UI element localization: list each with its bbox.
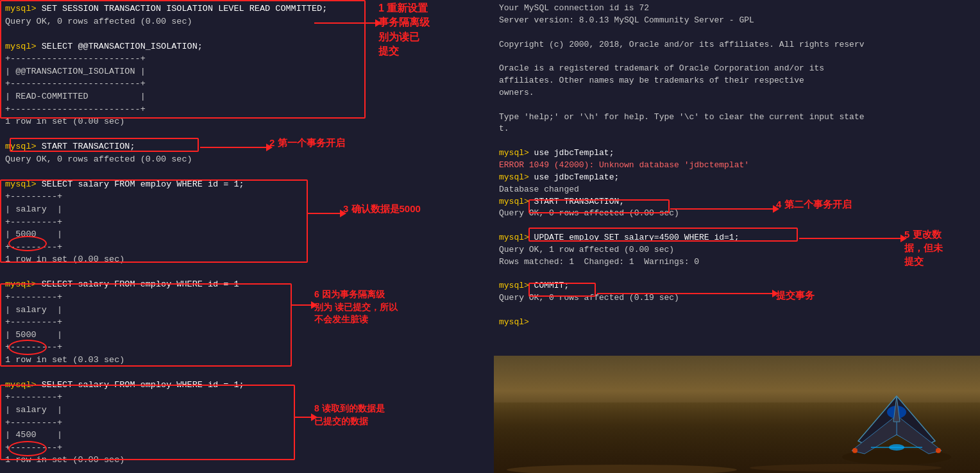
annotation-1: 1 重新设置事务隔离级别为读已提交 [378, 1, 430, 59]
r-line-12 [499, 135, 975, 147]
annotation-8: 8 读取到的数据是已提交的数据 [314, 402, 385, 427]
left-line-27: | 5000 | [5, 329, 489, 342]
left-line-18: +---------+ [5, 216, 489, 229]
arrow-6 [292, 301, 317, 309]
right-panel: Your MySQL connection id is 72 Server ve… [494, 0, 980, 473]
annotation-2: 2 第一个事务开启 [269, 136, 345, 149]
svg-point-10 [507, 465, 737, 473]
left-line-22 [5, 266, 489, 279]
r-line-1: Your MySQL connection id is 72 [499, 3, 975, 15]
r-line-4: Copyright (c) 2000, 2018, Oracle and/or … [499, 39, 975, 51]
left-line-29: 1 row in set (0.03 sec) [5, 354, 489, 367]
r-line-15: mysql> use jdbcTemplate; [499, 172, 975, 184]
svg-point-11 [750, 464, 942, 472]
r-line-5 [499, 51, 975, 63]
r-line-3 [499, 27, 975, 39]
left-line-7: +-------------------------+ [5, 78, 489, 90]
left-line-25: | salary | [5, 304, 489, 317]
left-line-10: 1 row in set (0.00 sec) [5, 115, 489, 128]
landscape-bg [494, 356, 980, 473]
r-line-27: mysql> [499, 317, 975, 329]
annotation-3: 3 确认数据是5000 [343, 202, 421, 215]
left-line-9: +-------------------------+ [5, 103, 489, 116]
r-line-16: Database changed [499, 184, 975, 196]
r-line-9 [499, 99, 975, 112]
arrow-8 [295, 413, 317, 421]
left-line-31: mysql> SELECT salary FROM employ WHERE i… [5, 379, 489, 392]
left-line-6: | @@TRANSACTION_ISOLATION | [5, 65, 489, 78]
arrow-3 [308, 210, 346, 217]
left-line-28: +---------+ [5, 341, 489, 354]
r-line-13: mysql> use jdbcTemplat; [499, 147, 975, 160]
left-line-24: +---------+ [5, 291, 489, 304]
left-line-26: +---------+ [5, 316, 489, 329]
r-line-6: Oracle is a registered trademark of Orac… [499, 63, 975, 75]
left-line-30 [5, 366, 489, 379]
arrow-4 [670, 205, 779, 213]
dust-effect [494, 447, 980, 473]
r-line-14: ERROR 1049 (42000): Unknown database 'jd… [499, 160, 975, 172]
left-line-23: mysql> SELECT salary FROM employ WHERE i… [5, 278, 489, 291]
r-line-8: owners. [499, 87, 975, 99]
left-line-13: Query OK, 0 rows affected (0.00 sec) [5, 153, 489, 166]
left-line-21: 1 row in set (0.00 sec) [5, 253, 489, 266]
left-terminal-content: mysql> SET SESSION TRANSACTION ISOLATION… [0, 0, 494, 473]
left-line-32: +---------+ [5, 391, 489, 404]
landscape-image [494, 356, 980, 473]
r-line-26 [499, 304, 975, 317]
annotation-6: 6 因为事务隔离级别为 读已提交，所以不会发生脏读 [314, 288, 398, 326]
left-line-36: +---------+ [5, 442, 489, 454]
left-line-8: | READ-COMMITTED | [5, 90, 489, 103]
r-line-22: Rows matched: 1 Changed: 1 Warnings: 0 [499, 256, 975, 269]
annotation-7: 提交事务 [776, 288, 815, 302]
arrow-7 [597, 290, 779, 297]
r-line-21: Query OK, 1 row affected (0.00 sec) [499, 244, 975, 256]
annotation-5: 5 更改数据，但未提交 [904, 228, 943, 268]
r-line-2: Server version: 8.0.13 MySQL Community S… [499, 15, 975, 27]
left-line-14 [5, 165, 489, 178]
arrow-1 [314, 19, 382, 27]
annotation-4: 4 第二个事务开启 [776, 197, 852, 211]
left-line-37: 1 row in set (0.00 sec) [5, 454, 489, 467]
left-line-34: +---------+ [5, 417, 489, 429]
left-terminal-panel: mysql> SET SESSION TRANSACTION ISOLATION… [0, 0, 494, 473]
r-line-23 [499, 269, 975, 281]
r-line-19 [499, 220, 975, 232]
arrow-2 [200, 144, 273, 151]
r-line-7: affiliates. Other names may be trademark… [499, 75, 975, 87]
r-line-11: t. [499, 123, 975, 135]
r-line-10: Type 'help;' or '\h' for help. Type '\c'… [499, 112, 975, 124]
left-line-15: mysql> SELECT salary FROM employ WHERE i… [5, 178, 489, 191]
left-line-11 [5, 128, 489, 141]
arrow-5 [799, 235, 907, 242]
left-line-20: +---------+ [5, 241, 489, 254]
left-line-35: | 4500 | [5, 429, 489, 442]
left-line-33: | salary | [5, 404, 489, 417]
right-terminal-content: Your MySQL connection id is 72 Server ve… [494, 0, 980, 356]
left-line-19: | 5000 | [5, 228, 489, 241]
